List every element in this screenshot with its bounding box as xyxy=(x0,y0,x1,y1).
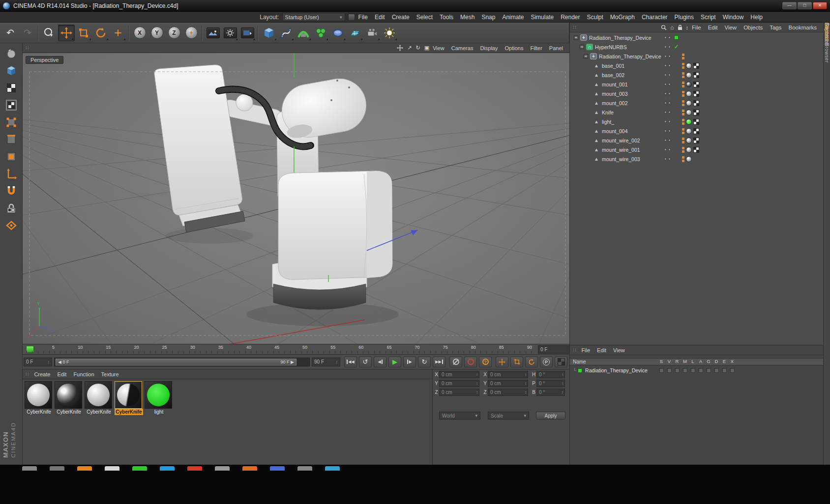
rotate-view-icon[interactable]: ↻ xyxy=(416,45,420,51)
object-row[interactable]: ▲ mount_wire_001 xyxy=(570,145,823,154)
coordinate-field[interactable]: 0 °↕ xyxy=(536,371,565,378)
layer-toggle[interactable] xyxy=(697,368,705,373)
key-position-button[interactable] xyxy=(496,357,508,367)
close-button[interactable]: ✕ xyxy=(813,2,827,9)
material-menu-item[interactable]: Create xyxy=(30,371,54,378)
object-row[interactable]: + Radiation_Therapy_Device xyxy=(570,33,823,42)
taskbar-icon[interactable] xyxy=(187,466,202,471)
add-cube-button[interactable] xyxy=(261,25,277,41)
deformer-button[interactable] xyxy=(329,25,346,41)
texture-mode-button[interactable] xyxy=(2,80,20,96)
uvw-tag-icon[interactable] xyxy=(693,91,699,97)
layer-toggle[interactable] xyxy=(689,368,697,373)
layer-toggle[interactable] xyxy=(728,368,736,373)
play-forward-button[interactable]: ▶ xyxy=(388,357,401,367)
visibility-dots[interactable] xyxy=(664,120,671,123)
add-spline-button[interactable] xyxy=(278,25,295,41)
material-item[interactable]: CyberKnife xyxy=(85,381,113,415)
edges-mode-button[interactable] xyxy=(2,131,20,148)
pan-view-icon[interactable] xyxy=(397,45,403,51)
layer-toggle[interactable] xyxy=(657,368,665,373)
selection-tag-icon[interactable] xyxy=(682,54,684,59)
render-menu-button[interactable] xyxy=(239,25,256,41)
layer-column-letter[interactable]: M xyxy=(681,359,689,364)
visibility-dots[interactable] xyxy=(664,92,671,95)
coordinate-field[interactable]: 0 cm↕ xyxy=(488,380,528,387)
drag-handle-icon[interactable]: ∷ xyxy=(26,371,29,377)
object-name[interactable]: HyperNURBS xyxy=(595,44,627,50)
object-row[interactable]: ▲ mount_003 xyxy=(570,89,823,98)
home-icon[interactable]: ⌂ xyxy=(670,24,674,31)
material-menu-item[interactable]: Edit xyxy=(54,371,70,378)
visibility-dots[interactable] xyxy=(664,64,671,67)
camera-button[interactable] xyxy=(364,25,381,41)
object-row[interactable]: ▲ mount_004 xyxy=(570,126,823,136)
coordinate-field[interactable]: 0 cm↕ xyxy=(439,389,479,396)
coordinate-field[interactable]: 0 cm↕ xyxy=(439,380,479,387)
layer-menu-item[interactable]: Edit xyxy=(593,347,610,354)
viewport-menu-item[interactable]: Panel xyxy=(546,45,566,52)
material-thumbnail[interactable] xyxy=(115,381,142,409)
maximize-button[interactable]: □ xyxy=(798,2,812,9)
layer-toggle[interactable] xyxy=(720,368,728,373)
layer-toggle[interactable] xyxy=(665,368,673,373)
object-name[interactable]: base_002 xyxy=(602,72,624,78)
visibility-dots[interactable] xyxy=(664,74,671,76)
material-tag-icon[interactable] xyxy=(686,63,692,69)
undo-button[interactable]: ↶ xyxy=(2,25,19,41)
uvw-tag-icon[interactable] xyxy=(693,138,699,143)
material-tag-icon[interactable] xyxy=(686,147,692,153)
layer-row[interactable]: └ Radiation_Therapy_Device xyxy=(570,366,824,375)
layer-toggle[interactable] xyxy=(673,368,681,373)
previous-frame-button[interactable]: ◀ xyxy=(374,357,386,367)
selection-tag-icon[interactable] xyxy=(682,156,684,162)
enable-axis-button[interactable] xyxy=(2,166,20,182)
taskbar-icon[interactable] xyxy=(77,466,92,471)
visibility-dots[interactable] xyxy=(664,111,671,113)
object-manager-menu-item[interactable]: View xyxy=(721,24,740,31)
lock-y-axis-button[interactable]: Y xyxy=(148,25,165,41)
coordinate-field[interactable]: 0 cm↕ xyxy=(488,371,528,378)
uvw-tag-icon[interactable] xyxy=(693,128,699,134)
menubar-item[interactable]: Script xyxy=(697,13,719,22)
selection-tag-icon[interactable] xyxy=(682,128,684,134)
workplane-lock-button[interactable] xyxy=(2,200,20,217)
visibility-dots[interactable] xyxy=(664,158,671,160)
material-tag-icon[interactable] xyxy=(686,138,692,143)
material-thumbnail[interactable] xyxy=(25,381,52,409)
object-row[interactable]: ▲ light_ xyxy=(570,117,823,126)
menubar-item[interactable]: Simulate xyxy=(527,13,557,22)
stepper-icon[interactable]: ↕ xyxy=(48,360,50,364)
object-name[interactable]: base_001 xyxy=(602,63,624,69)
layer-column-letter[interactable]: A xyxy=(697,359,705,364)
layer-toggle[interactable] xyxy=(681,368,689,373)
range-start-field[interactable]: 0 F↕ xyxy=(24,358,52,366)
selection-tag-icon[interactable] xyxy=(682,110,684,115)
timeline-range-slider[interactable]: ◀ 0 F 90 F ▶ xyxy=(54,358,310,366)
selection-tag-icon[interactable] xyxy=(682,72,684,78)
taskbar-icon[interactable] xyxy=(132,466,147,471)
record-keyframe-button[interactable] xyxy=(464,357,477,367)
key-rotation-button[interactable] xyxy=(525,357,538,367)
material-item[interactable]: CyberKnife xyxy=(115,381,143,415)
layout-menu-icon[interactable] xyxy=(348,14,355,21)
material-name[interactable]: light xyxy=(145,409,173,415)
layer-color-chip[interactable] xyxy=(578,368,582,373)
object-row[interactable]: ∩ HyperNURBS ✓ xyxy=(570,42,823,52)
object-name[interactable]: light_ xyxy=(602,119,614,125)
lock-z-axis-button[interactable]: Z xyxy=(166,25,182,41)
object-manager-menu-item[interactable]: Tags xyxy=(766,24,785,31)
layer-toggle[interactable] xyxy=(712,368,720,373)
menubar-item[interactable]: Create xyxy=(388,13,413,22)
minimize-button[interactable]: — xyxy=(782,2,797,9)
material-name[interactable]: CyberKnife xyxy=(25,409,53,415)
layer-column-letter[interactable]: S xyxy=(657,359,665,364)
object-name[interactable]: Radiation_Therapy_Device xyxy=(589,35,652,41)
object-name[interactable]: Knife xyxy=(602,110,614,115)
material-menu-item[interactable]: Texture xyxy=(98,371,122,378)
material-tag-icon[interactable] xyxy=(686,156,692,162)
object-state-icon[interactable] xyxy=(674,35,679,40)
range-slider-handle[interactable]: ◀ 0 F 90 F ▶ xyxy=(56,359,296,365)
collapse-toggle-icon[interactable] xyxy=(574,35,578,40)
coordinate-system-button[interactable]: + xyxy=(183,25,200,41)
